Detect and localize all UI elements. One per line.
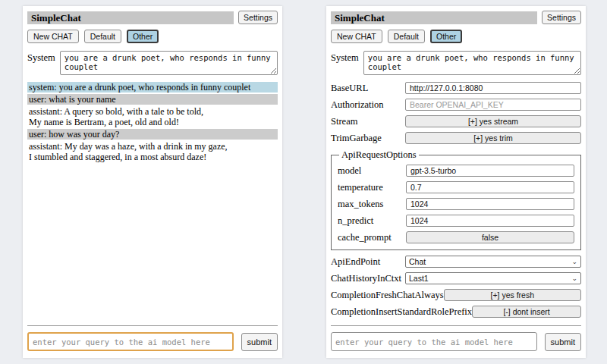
max-tokens-input[interactable] [406,198,574,210]
page: SimpleChat Settings New CHAT Default Oth… [0,0,607,364]
header: SimpleChat Settings [27,11,278,24]
n-predict-input[interactable] [406,215,574,227]
system-prompt-row: System you are a drunk poet, who respond… [27,51,278,75]
query-input[interactable] [27,332,234,351]
trimgarbage-toggle-button[interactable]: [+] yes trim [405,132,581,144]
chat-message-user: user: what is your name [27,94,278,105]
baseurl-input[interactable] [405,82,581,94]
setting-row-trimgarbage: TrimGarbage [+] yes trim [331,132,581,144]
system-prompt-input[interactable]: you are a drunk poet, who responds in fu… [363,51,581,75]
api-endpoint-selected-value: Chat [409,257,426,266]
chat-panel: SimpleChat Settings New CHAT Default Oth… [23,6,282,358]
temperature-label: temperature [338,182,383,193]
stream-label: Stream [331,116,357,127]
authorization-input[interactable] [405,99,581,111]
flex-spacer [27,164,278,325]
header: SimpleChat Settings [331,11,581,24]
chevron-down-icon: ⌄ [571,275,577,282]
chat-history-label: ChatHistoryInCtxt [331,273,401,284]
query-row: submit [331,332,581,351]
chat-history-select[interactable]: Last1 ⌄ [405,272,581,284]
divider [331,325,581,326]
setting-row-completion-insert: CompletionInsertStandardRolePrefix [-] d… [331,306,581,318]
setting-row-baseurl: BaseURL [331,82,581,94]
completion-fresh-toggle-button[interactable]: [+] yes fresh [444,289,581,301]
setting-row-cache-prompt: cache_prompt false [338,231,574,243]
chat-message-assistant: assistant: My day was a haze, with a dri… [27,141,278,162]
n-predict-label: n_predict [338,215,373,227]
authorization-label: Authorization [331,99,383,111]
session-button-default[interactable]: Default [84,30,121,43]
completion-fresh-label: CompletionFreshChatAlways [331,290,444,301]
settings-button[interactable]: Settings [238,11,278,24]
app-title-bar: SimpleChat [27,11,234,24]
chat-messages: system: you are a drunk poet, who respon… [27,82,278,164]
cache-prompt-label: cache_prompt [338,232,392,243]
api-endpoint-label: ApiEndPoint [331,256,380,268]
chat-message-system: system: you are a drunk poet, who respon… [27,82,278,93]
setting-row-n-predict: n_predict [338,215,574,227]
setting-row-chat-history: ChatHistoryInCtxt Last1 ⌄ [331,272,581,284]
api-endpoint-select[interactable]: Chat ⌄ [405,256,581,268]
api-request-options-fieldset: ApiRequestOptions model temperature max_… [331,149,581,250]
system-prompt-row: System you are a drunk poet, who respond… [331,51,581,75]
setting-row-api-endpoint: ApiEndPoint Chat ⌄ [331,256,581,268]
setting-row-model: model [338,165,574,177]
setting-row-temperature: temperature [338,181,574,193]
setting-row-stream: Stream [+] yes stream [331,115,581,127]
trimgarbage-label: TrimGarbage [331,133,382,144]
model-input[interactable] [406,165,574,177]
chat-message-user: user: how was your day? [27,129,278,140]
session-button-other[interactable]: Other [430,30,462,43]
query-input[interactable] [331,332,537,351]
api-request-options-legend: ApiRequestOptions [339,149,419,161]
system-prompt-label: System [27,51,55,75]
baseurl-label: BaseURL [331,83,368,94]
cache-prompt-toggle-button[interactable]: false [406,231,574,243]
system-prompt-input[interactable]: you are a drunk poet, who responds in fu… [60,51,278,75]
session-toolbar: New CHAT Default Other [27,30,278,43]
chat-message-assistant: assistant: A query so bold, with a tale … [27,106,278,127]
app-title-bar: SimpleChat [331,11,537,24]
completion-insert-label: CompletionInsertStandardRolePrefix [331,306,472,318]
temperature-input[interactable] [406,181,574,193]
app-title: SimpleChat [31,12,81,24]
setting-row-completion-fresh: CompletionFreshChatAlways [+] yes fresh [331,289,581,301]
query-row: submit [27,332,278,351]
chat-history-selected-value: Last1 [409,274,429,283]
app-title: SimpleChat [335,12,385,24]
stream-toggle-button[interactable]: [+] yes stream [405,115,581,127]
completion-insert-toggle-button[interactable]: [-] dont insert [472,306,581,318]
setting-row-max-tokens: max_tokens [338,198,574,210]
chevron-down-icon: ⌄ [571,259,577,265]
session-button-other[interactable]: Other [127,30,159,43]
settings-panel: SimpleChat Settings New CHAT Default Oth… [326,6,586,358]
max-tokens-label: max_tokens [338,199,383,210]
setting-row-authorization: Authorization [331,99,581,111]
session-toolbar: New CHAT Default Other [331,30,581,43]
new-chat-button[interactable]: New CHAT [331,30,382,43]
submit-button[interactable]: submit [545,333,581,351]
session-button-default[interactable]: Default [388,30,425,43]
settings-button[interactable]: Settings [542,11,581,24]
new-chat-button[interactable]: New CHAT [27,30,79,43]
system-prompt-label: System [331,51,359,75]
divider [27,325,278,326]
submit-button[interactable]: submit [241,333,278,351]
model-label: model [338,165,361,177]
